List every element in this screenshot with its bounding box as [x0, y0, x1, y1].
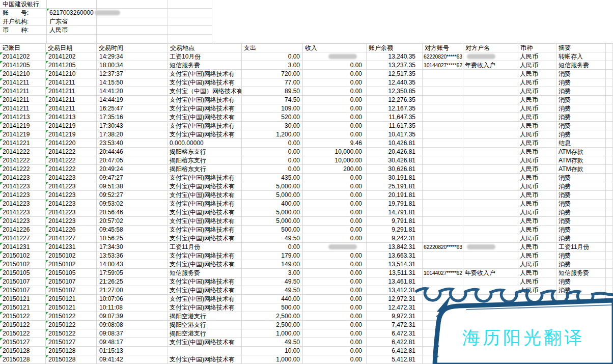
- cell-transaction-date[interactable]: 20141226: [46, 226, 97, 234]
- cell-balance[interactable]: 9,242.31: [367, 234, 423, 243]
- cell-record-date[interactable]: 20141219: [0, 130, 46, 139]
- cell-summary[interactable]: 消费: [556, 78, 606, 87]
- cell-balance[interactable]: 14,791.81: [367, 208, 423, 217]
- cell-transaction-time[interactable]: 17:59:05: [97, 269, 168, 277]
- cell-transaction-time[interactable]: 14:29:34: [97, 52, 168, 61]
- cell-summary[interactable]: 消费: [556, 286, 606, 295]
- cell-counterparty-name[interactable]: [463, 182, 518, 191]
- cell-currency[interactable]: [518, 295, 556, 303]
- cell-expense[interactable]: 520.00: [242, 113, 303, 122]
- cell-counterparty-name[interactable]: 年费收入户: [463, 269, 518, 277]
- cell-summary[interactable]: ATM存款: [556, 165, 606, 174]
- cell-counterparty-name[interactable]: 年费收入户: [463, 61, 518, 70]
- cell-transaction-place[interactable]: 支付宝(中国)网络技术有: [168, 277, 242, 286]
- cell-income[interactable]: 0.00: [303, 182, 367, 191]
- cell-summary[interactable]: 转帐存入: [556, 52, 606, 61]
- cell-counterparty-name[interactable]: [463, 52, 518, 61]
- cell-summary[interactable]: 消费: [556, 96, 606, 104]
- cell-blank[interactable]: [606, 251, 613, 260]
- cell-counterparty-name[interactable]: [463, 277, 518, 286]
- cell-summary[interactable]: 消费: [556, 251, 606, 260]
- cell-currency[interactable]: 人民币: [518, 52, 556, 61]
- cell-record-date[interactable]: 20150107: [0, 286, 46, 295]
- cell-transaction-time[interactable]: 21:26:25: [97, 277, 168, 286]
- cell-balance[interactable]: 9,972.31: [367, 312, 423, 321]
- cell-balance[interactable]: 10,417.35: [367, 130, 423, 139]
- cell-balance[interactable]: 20,191.81: [367, 191, 423, 200]
- cell-expense[interactable]: 0.00: [242, 243, 303, 251]
- cell-expense[interactable]: 1,000.00: [242, 355, 303, 364]
- cell-transaction-date[interactable]: 20150128: [46, 355, 97, 364]
- cell-counterparty-account[interactable]: [423, 130, 463, 139]
- cell-expense[interactable]: 0.00: [242, 156, 303, 165]
- cell-income[interactable]: 0.00: [303, 295, 367, 303]
- cell-currency[interactable]: 人民币: [518, 139, 556, 148]
- cell-expense[interactable]: 720.00: [242, 70, 303, 78]
- cell-blank[interactable]: [606, 338, 613, 347]
- cell-expense[interactable]: 435.00: [242, 174, 303, 182]
- cell-counterparty-account[interactable]: [423, 104, 463, 113]
- cell-counterparty-account[interactable]: [423, 191, 463, 200]
- cell-counterparty-name[interactable]: [463, 104, 518, 113]
- cell-counterparty-account[interactable]: [423, 174, 463, 182]
- cell-record-date[interactable]: 20141213: [0, 113, 46, 122]
- cell-income[interactable]: 0.00: [303, 174, 367, 182]
- header-expense[interactable]: 支出: [242, 44, 303, 52]
- cell-counterparty-account[interactable]: 62220820*****63: [423, 52, 463, 61]
- cell-income[interactable]: 0.00: [303, 96, 367, 104]
- cell-transaction-place[interactable]: 揭阳空港支行: [168, 321, 242, 329]
- cell-summary[interactable]: 消费: [556, 226, 606, 234]
- cell-balance[interactable]: 13,842.31: [367, 243, 423, 251]
- cell-summary[interactable]: 短信服务费: [556, 61, 606, 70]
- cell-counterparty-name[interactable]: [463, 251, 518, 260]
- cell-transaction-place[interactable]: 支付宝(中国)网络技术有: [168, 217, 242, 226]
- cell-expense[interactable]: 3.00: [242, 269, 303, 277]
- cell-transaction-date[interactable]: 20141231: [46, 243, 97, 251]
- cell-currency[interactable]: 人民币: [518, 226, 556, 234]
- cell-counterparty-name[interactable]: [463, 260, 518, 269]
- cell-summary[interactable]: ATM存款: [556, 156, 606, 165]
- cell-summary[interactable]: ATM存款: [556, 148, 606, 156]
- cell-transaction-place[interactable]: 支付宝(中国)网络技术有: [168, 200, 242, 208]
- branch-label[interactable]: 开户机构:: [0, 17, 47, 26]
- cell-currency[interactable]: 人民币: [518, 208, 556, 217]
- cell-transaction-time[interactable]: 09:53:02: [97, 200, 168, 208]
- cell-record-date[interactable]: 20141223: [0, 182, 46, 191]
- cell-income[interactable]: [303, 52, 367, 61]
- cell-record-date[interactable]: 20141211: [0, 104, 46, 113]
- cell-income[interactable]: 0.00: [303, 321, 367, 329]
- cell-expense[interactable]: 0.00: [242, 148, 303, 156]
- cell-transaction-date[interactable]: 20141223: [46, 174, 97, 182]
- cell-transaction-time[interactable]: 10:56:25: [97, 234, 168, 243]
- cell-summary[interactable]: 消费: [556, 113, 606, 122]
- empty-cell[interactable]: [97, 35, 168, 43]
- cell-record-date[interactable]: 20150128: [0, 355, 46, 364]
- cell-income[interactable]: 200.00: [303, 165, 367, 174]
- cell-transaction-time[interactable]: 16:25:47: [97, 104, 168, 113]
- cell-transaction-date[interactable]: 20150121: [46, 303, 97, 312]
- cell-currency[interactable]: 人民币: [518, 234, 556, 243]
- cell-expense[interactable]: 30.00: [242, 122, 303, 130]
- cell-record-date[interactable]: 20150121: [0, 295, 46, 303]
- cell-counterparty-account[interactable]: [423, 338, 463, 347]
- cell-transaction-time[interactable]: 09:07:39: [97, 312, 168, 321]
- cell-currency[interactable]: 人民币: [518, 130, 556, 139]
- cell-counterparty-account[interactable]: [423, 139, 463, 148]
- header-currency[interactable]: 币种: [518, 44, 556, 52]
- cell-transaction-time[interactable]: 20:47:05: [97, 156, 168, 165]
- cell-counterparty-account[interactable]: [423, 200, 463, 208]
- cell-blank[interactable]: [606, 156, 613, 165]
- cell-summary[interactable]: 消费: [556, 174, 606, 182]
- cell-balance[interactable]: 7,472.31: [367, 321, 423, 329]
- cell-counterparty-account[interactable]: [423, 156, 463, 165]
- cell-balance[interactable]: 11,647.35: [367, 113, 423, 122]
- cell-summary[interactable]: 消费: [556, 182, 606, 191]
- cell-summary[interactable]: 结息: [556, 139, 606, 148]
- cell-expense[interactable]: 74.50: [242, 96, 303, 104]
- cell-transaction-date[interactable]: 20141219: [46, 122, 97, 130]
- cell-expense[interactable]: 77.00: [242, 78, 303, 87]
- cell-counterparty-account[interactable]: [423, 217, 463, 226]
- cell-transaction-time[interactable]: 09:08:08: [97, 321, 168, 329]
- cell-balance[interactable]: 6,422.81: [367, 338, 423, 347]
- cell-balance[interactable]: 6,412.81: [367, 347, 423, 355]
